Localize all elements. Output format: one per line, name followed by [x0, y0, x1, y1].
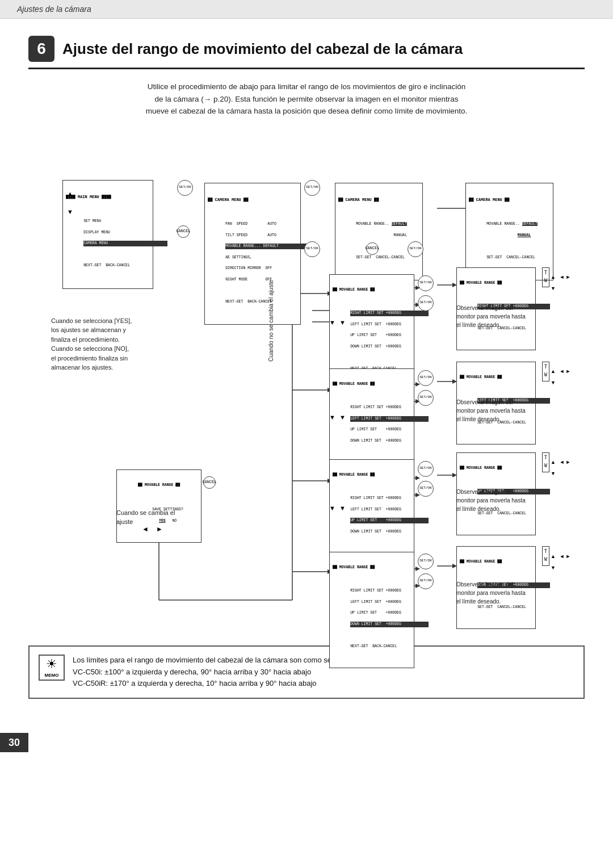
- setok-row1-a[interactable]: SET/OK: [418, 275, 434, 291]
- cancel-btn-2[interactable]: CANCEL: [366, 242, 379, 255]
- memo-box: ☀ MEMO Los límites para el rango de movi…: [28, 645, 585, 699]
- cancel-save-btn[interactable]: CANCEL: [203, 476, 216, 489]
- setok-row4-b[interactable]: SET/OK: [418, 573, 434, 589]
- setok-row2-b[interactable]: SET/OK: [418, 390, 434, 406]
- cancel-btn-1[interactable]: CANCEL: [177, 225, 190, 238]
- chapter-number: 6: [28, 36, 54, 62]
- when-changed-label: Cuando se cambia elajuste: [116, 508, 175, 527]
- diagram-area: ████ MAIN MENU ████ SET MENU DISPLAY MEN…: [28, 129, 585, 628]
- setok-row2-a[interactable]: SET/OK: [418, 370, 434, 386]
- yes-no-text: Cuando se selecciona [YES], los ajustes …: [51, 316, 153, 372]
- setok-row3-a[interactable]: SET/OK: [418, 461, 434, 477]
- camera-menu-3: ██ CAMERA MENU ██ MOVABLE RANGE.. DEFAUL…: [465, 183, 553, 281]
- intro-text: Utilice el procedimiento de abajo para l…: [28, 81, 585, 118]
- observe-text-1: Observe la imagen delmonitor para moverl…: [456, 304, 526, 329]
- svg-marker-40: [415, 567, 420, 571]
- setok-btn-1[interactable]: SET/OK: [177, 180, 193, 196]
- setok-btn-3[interactable]: SET/OK: [408, 241, 423, 257]
- camera-menu-2: ██ CAMERA MENU ██ MOVABLE RANGE.. DEFAUL…: [335, 183, 423, 281]
- observe-text-3: Observe la imagen delmonitor para moverl…: [456, 488, 526, 513]
- no-change-label: Cuando no se cambia el ajuste: [267, 248, 276, 362]
- observe-text-2: Observe la imagen delmonitor para moverl…: [456, 398, 526, 423]
- page-number: 30: [0, 733, 28, 752]
- setok-row4-a[interactable]: SET/OK: [418, 553, 434, 569]
- memo-icon: ☀ MEMO: [39, 655, 65, 681]
- setok-btn-2[interactable]: SET/OK: [304, 180, 320, 196]
- movable-range-down-full: ██ MOVABLE RANGE ██ RIGHT LIMIT SET +000…: [329, 552, 414, 668]
- main-menu-box: ████ MAIN MENU ████ SET MENU DISPLAY MEN…: [62, 180, 153, 289]
- observe-text-4: Observe la imagen delmonitor para moverl…: [456, 580, 526, 606]
- header-text: Ajustes de la cámara: [17, 5, 91, 14]
- setok-row1-b[interactable]: SET/OK: [418, 295, 434, 311]
- chapter-title-text: Ajuste del rango de movimiento del cabez…: [62, 40, 463, 58]
- header-bar: Ajustes de la cámara: [0, 0, 613, 19]
- svg-marker-34: [415, 476, 420, 480]
- setok-manual[interactable]: SET/OK: [304, 241, 320, 257]
- setok-row3-b[interactable]: SET/OK: [418, 481, 434, 497]
- camera-menu-1: ██ CAMERA MENU ██ PAN SPEED AUTO TILT SP…: [204, 183, 301, 325]
- chapter-title: 6 Ajuste del rango de movimiento del cab…: [28, 36, 585, 69]
